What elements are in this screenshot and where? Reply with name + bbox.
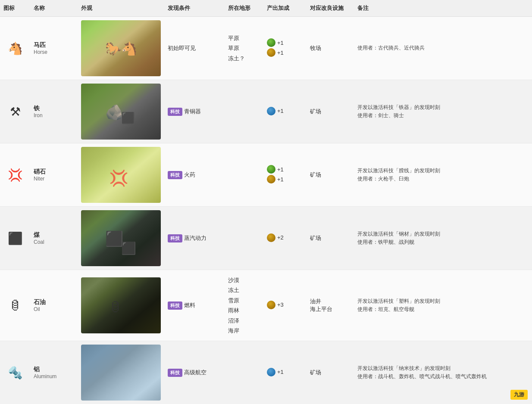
prod-icon-aluminum-0 [267,368,275,376]
notes-text-iron: 开发以激活科技「铁器」的发现时刻使用者：剑士、骑士 [357,103,529,120]
terrain-list-oil: 沙漠冻土雪原雨林沼泽海岸 [228,275,260,336]
improvement-cell-horse: 牧场 [307,17,354,80]
prod-icon-horse-1 [267,48,275,57]
notes-cell-niter: 开发以激活科技「膛线」的发现时刻使用者：火枪手、臼炮 [354,143,532,207]
name-cell-oil: 石油 Oil [30,270,78,341]
notes-cell-horse: 使用者：古代骑兵、近代骑兵 [354,17,532,80]
discovery-cell-niter: 科技火药 [164,143,225,207]
improvement-text-horse: 牧场 [310,45,321,51]
discovery-tech-niter: 火药 [184,171,195,178]
production-cell-oil: +3 [263,270,307,341]
appearance-cell-oil: 🛢 [78,270,164,341]
name-en-horse: Horse [34,49,74,55]
notes-text-oil: 开发以激活科技「塑料」的发现时刻使用者：坦克、航空母舰 [357,297,529,314]
improvement-cell-iron: 矿场 [307,80,354,143]
production-cell-iron: +1 [263,80,307,143]
appearance-cell-horse: 🐎🐴 [78,17,164,80]
prod-value-iron-0: +1 [277,108,284,114]
col-header-notes: 备注 [354,0,532,17]
prod-value-horse-1: +1 [277,50,284,56]
name-cn-aluminum: 铝 [34,366,74,373]
col-header-icon: 图标 [0,0,30,17]
terrain-cell-aluminum [225,341,263,404]
notes-cell-oil: 开发以激活科技「塑料」的发现时刻使用者：坦克、航空母舰 [354,270,532,341]
improvement-text-oil: 油井海上平台 [310,298,332,312]
name-cell-aluminum: 铝 Aluminum [30,341,78,404]
tech-badge-aluminum: 科技 [168,369,182,377]
col-header-production: 产出加成 [263,0,307,17]
discovery-cell-aluminum: 科技高级航空 [164,341,225,404]
prod-value-niter-1: +1 [277,176,284,183]
appearance-cell-niter: 💢 [78,143,164,207]
prod-icon-iron-0 [267,107,275,115]
name-en-oil: Oil [34,306,74,312]
col-header-terrain: 所在地形 [225,0,263,17]
prod-value-niter-0: +1 [277,166,284,173]
table-header-row: 图标 名称 外观 发现条件 所在地形 产出加成 对应改良设施 备注 [0,0,532,17]
production-cell-coal: +2 [263,207,307,270]
table-row-aluminum: 🔩 铝 Aluminum 科技高级航空 +1 矿场 开发以激活科技「纳米技术」的… [0,341,532,404]
notes-text-horse: 使用者：古代骑兵、近代骑兵 [357,44,529,52]
tech-badge-niter: 科技 [168,171,182,179]
notes-cell-aluminum: 开发以激活科技「纳米技术」的发现时刻使用者：战斗机、轰炸机、喷气式战斗机、喷气式… [354,341,532,404]
aluminum-icon: 🔩 [8,366,23,380]
notes-cell-iron: 开发以激活科技「铁器」的发现时刻使用者：剑士、骑士 [354,80,532,143]
prod-value-oil-0: +3 [277,301,284,308]
name-cn-horse: 马匹 [34,41,74,49]
notes-cell-coal: 开发以激活科技「钢材」的发现时刻使用者：铁甲舰、战列舰 [354,207,532,270]
discovery-cell-oil: 科技燃料 [164,270,225,341]
production-item-horse-1: +1 [267,48,303,57]
icon-cell-iron: ⚒ [0,80,30,143]
tech-badge-oil: 科技 [168,301,182,310]
col-header-improvement: 对应改良设施 [307,0,354,17]
prod-icon-coal-0 [267,233,275,242]
discovery-tech-oil: 燃料 [184,302,195,308]
appearance-cell-iron: 🪨⬛ [78,80,164,143]
terrain-cell-oil: 沙漠冻土雪原雨林沼泽海岸 [225,270,263,341]
name-cell-horse: 马匹 Horse [30,17,78,80]
discovery-cell-horse: 初始即可见 [164,17,225,80]
prod-value-aluminum-0: +1 [277,369,284,375]
resource-table-body: 🐴 马匹 Horse 🐎🐴 初始即可见平原草原冻土？ +1 +1 牧场 使用者：… [0,17,532,404]
discovery-cell-coal: 科技蒸汽动力 [164,207,225,270]
terrain-cell-coal [225,207,263,270]
coal-icon: ⬛ [8,231,23,246]
terrain-cell-niter [225,143,263,207]
name-cell-coal: 煤 Coal [30,207,78,270]
improvement-cell-oil: 油井海上平台 [307,270,354,341]
icon-cell-oil: 🛢 [0,270,30,341]
production-item-oil-0: +3 [267,301,303,309]
table-row-horse: 🐴 马匹 Horse 🐎🐴 初始即可见平原草原冻土？ +1 +1 牧场 使用者：… [0,17,532,80]
table-row-niter: 💢 硝石 Niter 💢 科技火药 +1 +1 矿场 开发以激活科技「膛线」的发… [0,143,532,207]
icon-cell-coal: ⬛ [0,207,30,270]
terrain-list-horse: 平原草原冻土？ [228,33,260,63]
improvement-cell-aluminum: 矿场 [307,341,354,404]
tech-badge-coal: 科技 [168,234,182,242]
improvement-text-niter: 矿场 [310,171,321,178]
name-en-iron: Iron [34,112,74,118]
improvement-cell-coal: 矿场 [307,207,354,270]
icon-cell-horse: 🐴 [0,17,30,80]
production-item-aluminum-0: +1 [267,368,303,376]
prod-icon-niter-0 [267,165,275,174]
production-cell-niter: +1 +1 [263,143,307,207]
production-item-niter-0: +1 [267,165,303,174]
notes-text-coal: 开发以激活科技「钢材」的发现时刻使用者：铁甲舰、战列舰 [357,230,529,246]
production-cell-aluminum: +1 [263,341,307,404]
discovery-tech-coal: 蒸汽动力 [184,235,207,241]
production-cell-horse: +1 +1 [263,17,307,80]
improvement-text-iron: 矿场 [310,108,321,115]
improvement-text-coal: 矿场 [310,235,321,241]
watermark: 九游 [510,390,528,400]
icon-cell-niter: 💢 [0,143,30,207]
production-item-coal-0: +2 [267,233,303,242]
production-item-niter-1: +1 [267,175,303,183]
name-cn-oil: 石油 [34,298,74,306]
notes-text-niter: 开发以激活科技「膛线」的发现时刻使用者：火枪手、臼炮 [357,167,529,183]
discovery-tech-iron: 青铜器 [184,108,201,115]
name-en-coal: Coal [34,239,74,245]
production-item-iron-0: +1 [267,107,303,115]
terrain-cell-iron [225,80,263,143]
name-cn-iron: 铁 [34,105,74,112]
prod-icon-oil-0 [267,301,275,309]
